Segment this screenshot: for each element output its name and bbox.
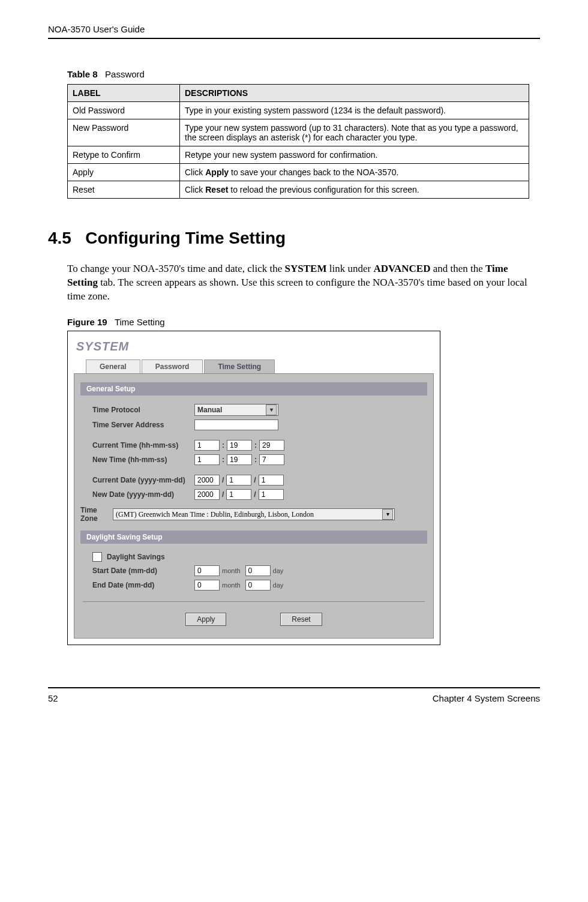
cell-label: Retype to Confirm bbox=[68, 146, 180, 164]
label-current-date: Current Date (yyyy-mm-dd) bbox=[92, 476, 194, 484]
tab-general[interactable]: General bbox=[86, 359, 140, 373]
page-header: NOA-3570 User's Guide bbox=[48, 24, 540, 39]
current-time-hh[interactable] bbox=[194, 440, 220, 451]
figure-caption-number: Figure 19 bbox=[67, 317, 107, 327]
colon-separator: : bbox=[252, 441, 259, 449]
apply-button[interactable]: Apply bbox=[185, 613, 226, 626]
time-zone-value: (GMT) Greenwich Mean Time : Dublin, Edin… bbox=[116, 510, 314, 519]
section-title: Configuring Time Setting bbox=[85, 229, 286, 247]
label-month: month bbox=[220, 567, 245, 574]
table-row: Apply Click Apply to save your changes b… bbox=[68, 164, 529, 181]
cell-label: New Password bbox=[68, 119, 180, 146]
label-new-time: New Time (hh-mm-ss) bbox=[92, 456, 194, 464]
figure-screenshot: SYSTEM General Password Time Setting Gen… bbox=[67, 331, 440, 645]
daylight-setup-bar: Daylight Saving Setup bbox=[80, 531, 427, 544]
password-table: LABEL DESCRIPTIONS Old Password Type in … bbox=[67, 84, 529, 199]
table-row: New Password Type your new system passwo… bbox=[68, 119, 529, 146]
current-date-y[interactable] bbox=[194, 475, 220, 486]
table-caption: Table 8 Password bbox=[67, 69, 540, 79]
cell-label: Old Password bbox=[68, 102, 180, 119]
page-footer: 52 Chapter 4 System Screens bbox=[48, 687, 540, 703]
label-time-server: Time Server Address bbox=[92, 421, 194, 429]
start-date-day[interactable] bbox=[245, 565, 271, 576]
current-time-mm[interactable] bbox=[227, 440, 252, 451]
cell-desc: Type in your existing system password (1… bbox=[180, 102, 529, 119]
divider bbox=[83, 601, 425, 602]
current-time-ss[interactable] bbox=[259, 440, 284, 451]
slash-separator: / bbox=[220, 490, 226, 499]
chevron-down-icon: ▾ bbox=[266, 404, 277, 415]
table-caption-name: Password bbox=[105, 69, 145, 79]
current-date-m[interactable] bbox=[226, 475, 251, 486]
reset-button[interactable]: Reset bbox=[280, 613, 322, 626]
table-row: Reset Click Reset to reload the previous… bbox=[68, 181, 529, 199]
new-time-hh[interactable] bbox=[194, 454, 220, 465]
time-protocol-select[interactable]: Manual ▾ bbox=[194, 404, 278, 416]
cell-desc: Retype your new system password for conf… bbox=[180, 146, 529, 164]
colon-separator: : bbox=[220, 441, 227, 449]
th-label: LABEL bbox=[68, 85, 180, 102]
general-setup-bar: General Setup bbox=[80, 382, 427, 395]
colon-separator: : bbox=[220, 456, 227, 464]
label-day: day bbox=[271, 567, 289, 574]
end-date-month[interactable] bbox=[194, 580, 220, 591]
cell-label: Apply bbox=[68, 164, 180, 181]
label-time-zone: TimeZone bbox=[80, 506, 113, 523]
cell-label: Reset bbox=[68, 181, 180, 199]
tab-time-setting[interactable]: Time Setting bbox=[204, 359, 275, 373]
start-date-month[interactable] bbox=[194, 565, 220, 576]
slash-separator: / bbox=[251, 490, 258, 499]
label-end-date: End Date (mm-dd) bbox=[92, 581, 194, 589]
new-date-m[interactable] bbox=[226, 489, 251, 500]
time-zone-select[interactable]: (GMT) Greenwich Mean Time : Dublin, Edin… bbox=[113, 508, 395, 520]
table-row: Retype to Confirm Retype your new system… bbox=[68, 146, 529, 164]
chevron-down-icon: ▾ bbox=[382, 509, 393, 520]
time-server-input[interactable] bbox=[194, 419, 278, 430]
figure-caption-name: Time Setting bbox=[115, 317, 165, 327]
label-new-date: New Date (yyyy-mm-dd) bbox=[92, 490, 194, 499]
end-date-day[interactable] bbox=[245, 580, 271, 591]
th-desc: DESCRIPTIONS bbox=[180, 85, 529, 102]
cell-desc: Click Reset to reload the previous confi… bbox=[180, 181, 529, 199]
tab-bar: General Password Time Setting bbox=[86, 359, 434, 373]
time-protocol-value: Manual bbox=[197, 406, 222, 414]
section-paragraph: To change your NOA-3570's time and date,… bbox=[67, 262, 540, 304]
colon-separator: : bbox=[252, 456, 259, 464]
table-row: Old Password Type in your existing syste… bbox=[68, 102, 529, 119]
label-day: day bbox=[271, 582, 289, 589]
cell-desc: Type your new system password (up to 31 … bbox=[180, 119, 529, 146]
new-time-ss[interactable] bbox=[259, 454, 284, 465]
page-number: 52 bbox=[48, 693, 58, 703]
settings-panel: General Setup Time Protocol Manual ▾ Tim… bbox=[74, 373, 434, 639]
system-title: SYSTEM bbox=[74, 337, 434, 359]
chapter-label: Chapter 4 System Screens bbox=[433, 693, 540, 703]
daylight-savings-checkbox[interactable] bbox=[92, 552, 102, 562]
new-date-y[interactable] bbox=[194, 489, 220, 500]
current-date-d[interactable] bbox=[259, 475, 284, 486]
label-daylight-savings: Daylight Savings bbox=[107, 553, 165, 561]
label-time-protocol: Time Protocol bbox=[92, 406, 194, 414]
label-current-time: Current Time (hh-mm-ss) bbox=[92, 441, 194, 449]
cell-desc: Click Apply to save your changes back to… bbox=[180, 164, 529, 181]
section-heading: 4.5 Configuring Time Setting bbox=[48, 229, 540, 248]
tab-password[interactable]: Password bbox=[142, 359, 203, 373]
slash-separator: / bbox=[220, 476, 226, 484]
label-month: month bbox=[220, 582, 245, 589]
section-number: 4.5 bbox=[48, 229, 71, 247]
figure-caption: Figure 19 Time Setting bbox=[67, 317, 540, 327]
new-date-d[interactable] bbox=[259, 489, 284, 500]
slash-separator: / bbox=[251, 476, 258, 484]
table-header-row: LABEL DESCRIPTIONS bbox=[68, 85, 529, 102]
new-time-mm[interactable] bbox=[227, 454, 252, 465]
label-start-date: Start Date (mm-dd) bbox=[92, 567, 194, 575]
table-caption-number: Table 8 bbox=[67, 69, 98, 79]
